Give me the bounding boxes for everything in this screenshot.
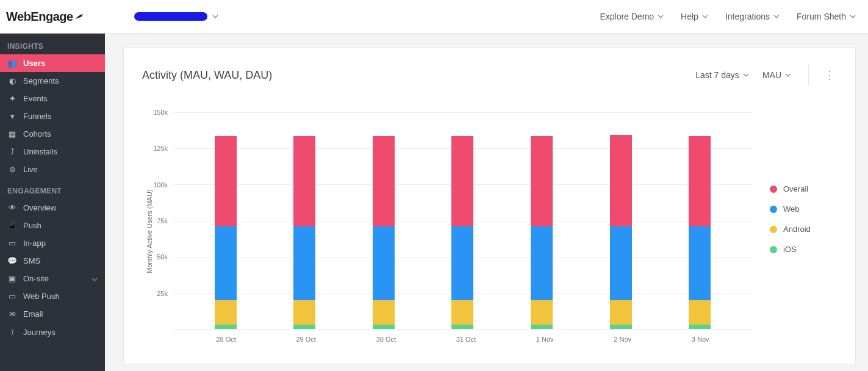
sidebar-item-cohorts[interactable]: ▦Cohorts bbox=[0, 125, 105, 143]
activity-card: Activity (MAU, WAU, DAU) Last 7 days MAU… bbox=[123, 47, 856, 364]
bar-2-Nov[interactable] bbox=[610, 135, 632, 329]
bar-segment-web bbox=[373, 226, 395, 300]
sidebar-item-funnels[interactable]: ▾Funnels bbox=[0, 107, 105, 125]
sidebar-item-label: Users bbox=[23, 59, 45, 68]
sidebar-item-label: Events bbox=[23, 94, 48, 103]
legend-swatch bbox=[770, 246, 777, 253]
bar-segment-overall bbox=[531, 136, 553, 226]
sidebar-item-push[interactable]: 📱Push bbox=[0, 217, 105, 234]
sidebar-item-label: Funnels bbox=[23, 112, 51, 121]
bar-30-Oct[interactable] bbox=[373, 136, 395, 329]
sidebar-item-label: Live bbox=[23, 165, 38, 174]
y-tick: 125k bbox=[153, 145, 168, 152]
bar-segment-web bbox=[215, 226, 237, 300]
nav-help[interactable]: Help bbox=[681, 12, 708, 21]
webpush-icon: ▭ bbox=[7, 292, 17, 301]
sidebar-item-segments[interactable]: ◐Segments bbox=[0, 72, 105, 90]
bar-segment-ios bbox=[293, 325, 315, 329]
sidebar-item-label: In-app bbox=[23, 239, 46, 248]
sidebar-item-events[interactable]: ✦Events bbox=[0, 90, 105, 107]
chevron-down-icon bbox=[212, 15, 218, 18]
x-tick: 2 Nov bbox=[614, 336, 631, 343]
logo-text: WebEngage bbox=[6, 10, 73, 24]
chevron-down-icon bbox=[658, 15, 664, 18]
bar-3-Nov[interactable] bbox=[689, 136, 711, 329]
sidebar-item-email[interactable]: ✉Email bbox=[0, 305, 105, 323]
date-range-dropdown[interactable]: Last 7 days bbox=[695, 70, 749, 80]
bar-segment-overall bbox=[689, 136, 711, 226]
sidebar-section-title: ENGAGEMENT bbox=[0, 178, 105, 199]
card-title: Activity (MAU, WAU, DAU) bbox=[142, 69, 272, 82]
sidebar-item-sms[interactable]: 💬SMS bbox=[0, 252, 105, 270]
users-icon: 👥 bbox=[7, 59, 17, 68]
cohorts-icon: ▦ bbox=[7, 129, 17, 139]
nav-integrations[interactable]: Integrations bbox=[725, 12, 780, 21]
x-tick: 30 Oct bbox=[376, 336, 396, 343]
bar-31-Oct[interactable] bbox=[451, 136, 473, 329]
bar-segment-ios bbox=[215, 325, 237, 329]
bar-1-Nov[interactable] bbox=[531, 136, 553, 329]
sidebar-item-live[interactable]: ⊚Live bbox=[0, 160, 105, 178]
bar-segment-android bbox=[531, 300, 553, 325]
bar-segment-ios bbox=[451, 325, 473, 329]
bar-segment-android bbox=[293, 300, 315, 325]
divider bbox=[808, 65, 809, 85]
legend-item-android[interactable]: Android bbox=[770, 225, 837, 234]
bar-segment-overall bbox=[610, 135, 632, 226]
sidebar-item-label: On-site bbox=[23, 274, 49, 283]
bar-28-Oct[interactable] bbox=[215, 136, 237, 329]
bar-segment-overall bbox=[373, 136, 395, 226]
legend-item-web[interactable]: Web bbox=[770, 204, 837, 214]
sidebar-item-label: Email bbox=[23, 309, 43, 319]
funnels-icon: ▾ bbox=[7, 112, 17, 121]
y-axis-ticks: 150k125k100k75k50k25k bbox=[153, 112, 174, 330]
sidebar-item-journeys[interactable]: ⟟Journeys bbox=[0, 323, 105, 341]
x-tick: 3 Nov bbox=[692, 336, 709, 343]
bar-segment-web bbox=[531, 226, 553, 300]
journeys-icon: ⟟ bbox=[7, 327, 17, 337]
sidebar-item-label: Overview bbox=[23, 203, 56, 212]
bar-segment-overall bbox=[215, 136, 237, 226]
legend-label: Web bbox=[783, 204, 800, 214]
card-header: Activity (MAU, WAU, DAU) Last 7 days MAU… bbox=[142, 65, 837, 85]
top-header: WebEngage Explore Demo Help Integrations… bbox=[0, 0, 868, 34]
bar-segment-android bbox=[689, 300, 711, 325]
sidebar-item-onsite[interactable]: ▣On-site bbox=[0, 270, 105, 287]
legend-swatch bbox=[770, 206, 777, 213]
nav-user-menu[interactable]: Forum Sheth bbox=[797, 12, 856, 21]
sidebar-item-webpush[interactable]: ▭Web Push bbox=[0, 287, 105, 305]
onsite-icon: ▣ bbox=[7, 274, 17, 283]
sidebar-item-inapp[interactable]: ▭In-app bbox=[0, 234, 105, 252]
legend-item-ios[interactable]: iOS bbox=[770, 245, 837, 254]
sidebar: INSIGHTS👥Users◐Segments✦Events▾Funnels▦C… bbox=[0, 34, 105, 371]
bar-segment-android bbox=[610, 300, 632, 325]
plot-area bbox=[174, 112, 751, 330]
sidebar-item-label: Uninstalls bbox=[23, 147, 57, 156]
chevron-down-icon bbox=[850, 15, 856, 18]
legend-item-overall[interactable]: Overall bbox=[770, 184, 837, 193]
account-name-redacted bbox=[134, 12, 207, 21]
logo: WebEngage bbox=[6, 10, 85, 24]
chevron-down-icon bbox=[773, 15, 780, 18]
bar-29-Oct[interactable] bbox=[293, 136, 315, 329]
inapp-icon: ▭ bbox=[7, 239, 17, 248]
email-icon: ✉ bbox=[7, 309, 17, 319]
y-tick: 50k bbox=[157, 253, 168, 261]
legend-label: iOS bbox=[783, 245, 797, 254]
nav-explore-demo[interactable]: Explore Demo bbox=[600, 12, 664, 21]
bar-segment-web bbox=[610, 226, 632, 300]
bar-segment-overall bbox=[293, 136, 315, 226]
x-tick: 31 Oct bbox=[456, 336, 476, 343]
card-menu-button[interactable]: ⋮ bbox=[822, 68, 837, 82]
sidebar-item-overview[interactable]: 👁Overview bbox=[0, 199, 105, 217]
sidebar-item-uninstalls[interactable]: ⤴Uninstalls bbox=[0, 143, 105, 160]
sidebar-item-label: Cohorts bbox=[23, 129, 51, 139]
logo-bird-icon bbox=[74, 12, 85, 21]
account-switcher[interactable] bbox=[134, 12, 218, 21]
bar-segment-ios bbox=[373, 325, 395, 329]
sidebar-item-users[interactable]: 👥Users bbox=[0, 54, 105, 72]
y-tick: 25k bbox=[157, 290, 168, 297]
metric-dropdown[interactable]: MAU bbox=[762, 70, 791, 80]
y-axis-label: Monthly Active Users (MAU) bbox=[142, 112, 153, 350]
bar-segment-overall bbox=[451, 136, 473, 226]
